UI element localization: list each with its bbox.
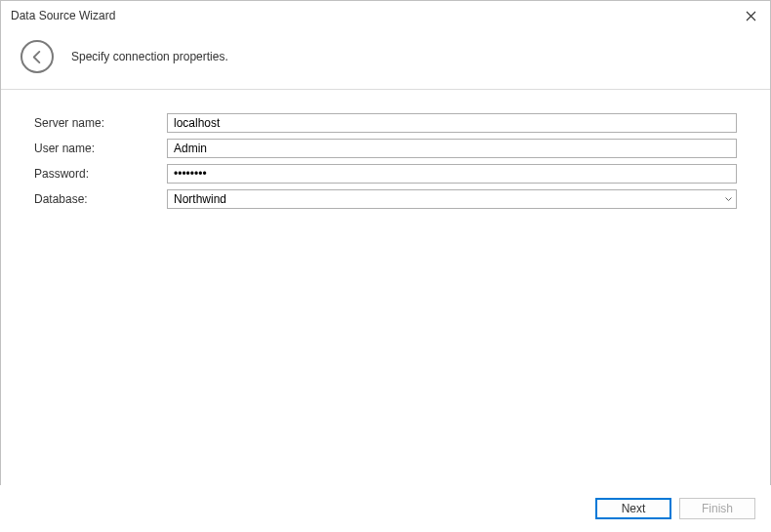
user-name-label: User name:	[34, 142, 167, 155]
close-icon	[746, 11, 756, 21]
close-button[interactable]	[731, 1, 770, 30]
user-name-row: User name:	[34, 139, 737, 158]
wizard-footer: Next Finish	[0, 485, 771, 532]
titlebar: Data Source Wizard	[1, 1, 770, 30]
chevron-down-icon	[725, 197, 732, 201]
form-area: Server name: User name: Password: Databa…	[1, 90, 770, 238]
back-button[interactable]	[20, 40, 54, 73]
window-title: Data Source Wizard	[11, 9, 115, 22]
next-button[interactable]: Next	[595, 498, 671, 519]
wizard-header: Specify connection properties.	[1, 30, 770, 90]
instruction-text: Specify connection properties.	[71, 50, 228, 63]
database-input[interactable]	[167, 189, 737, 209]
server-name-input[interactable]	[167, 113, 737, 133]
password-row: Password:	[34, 164, 737, 184]
database-row: Database:	[34, 189, 737, 209]
arrow-left-icon	[30, 50, 45, 64]
server-name-row: Server name:	[34, 113, 737, 133]
server-name-label: Server name:	[34, 116, 167, 130]
database-combobox[interactable]	[167, 189, 737, 209]
database-label: Database:	[34, 192, 167, 206]
password-label: Password:	[34, 167, 167, 181]
finish-button: Finish	[679, 498, 755, 519]
password-input[interactable]	[167, 164, 737, 184]
user-name-input[interactable]	[167, 139, 737, 158]
database-dropdown-button[interactable]	[720, 190, 736, 208]
